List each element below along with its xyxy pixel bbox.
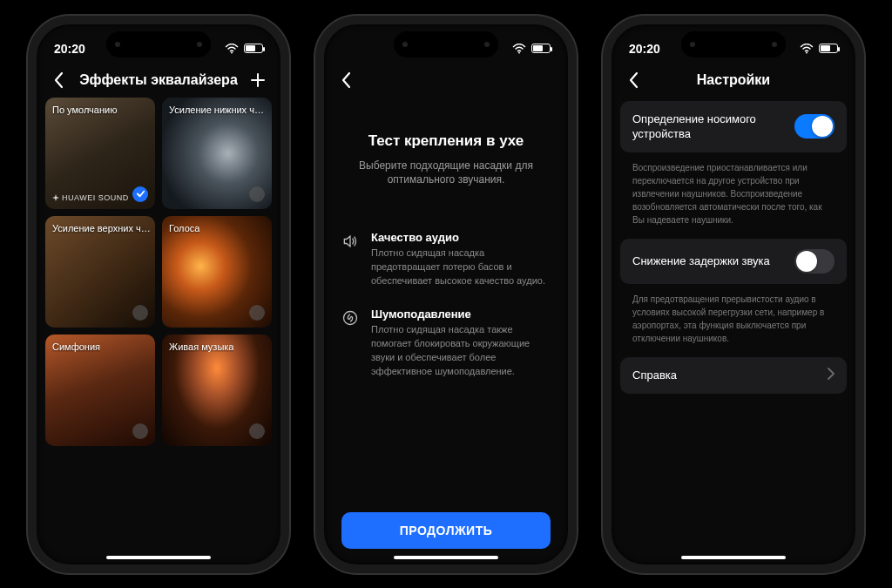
fit-test-title: Тест крепления в ухе [341, 132, 551, 150]
toggle-off-icon[interactable] [794, 249, 835, 274]
setting-wear-detection[interactable]: Определение носимого устройства [620, 101, 847, 152]
fit-feature-anc: Шумоподавление Плотно сидящая насадка та… [341, 308, 551, 379]
status-time: 20:20 [629, 42, 660, 56]
back-icon[interactable] [49, 71, 70, 89]
fit-test-subtitle: Выберите подходящие насадки для оптималь… [341, 159, 551, 188]
nav-bar: Настройки [612, 64, 855, 98]
preset-radio-icon [249, 186, 265, 202]
feature-heading: Качество аудио [371, 231, 551, 244]
battery-icon: 59 [244, 44, 263, 53]
dynamic-island [106, 31, 211, 57]
dynamic-island [394, 31, 498, 57]
back-icon[interactable] [624, 71, 645, 89]
preset-bass-boost[interactable]: Усиление нижних час… [162, 98, 272, 209]
preset-symphony[interactable]: Симфония [45, 335, 155, 446]
setting-description: Воспроизведение приостанавливается или п… [620, 159, 847, 239]
battery-icon: 59 [531, 44, 551, 53]
page-title: Настройки [645, 72, 822, 88]
speaker-icon [341, 231, 361, 288]
wifi-icon [512, 44, 526, 54]
svg-point-1 [518, 51, 520, 53]
add-icon[interactable] [247, 71, 268, 89]
page-title: Эффекты эквалайзера [70, 72, 247, 88]
setting-low-latency[interactable]: Снижение задержки звука [620, 239, 847, 284]
preset-voices[interactable]: Голоса [162, 216, 272, 328]
feature-body: Плотно сидящая насадка также помогает бл… [371, 323, 551, 379]
status-time: 20:20 [54, 42, 85, 56]
nav-bar: Эффекты эквалайзера [37, 64, 280, 98]
fit-feature-audio: Качество аудио Плотно сидящая насадка пр… [341, 231, 551, 288]
feature-body: Плотно сидящая насадка предотвращает пот… [371, 247, 551, 288]
preset-radio-icon [249, 305, 265, 321]
preset-radio-icon [249, 423, 265, 439]
home-indicator[interactable] [394, 556, 498, 559]
home-indicator[interactable] [681, 556, 786, 559]
dynamic-island [681, 31, 786, 57]
phone-equalizer: 20:20 59 Эффекты эквалайзера По умолчани… [28, 16, 289, 573]
preset-radio-icon [132, 423, 148, 439]
nav-bar [324, 64, 568, 98]
battery-icon: 59 [819, 44, 838, 53]
preset-treble-boost[interactable]: Усиление верхних ча… [45, 216, 155, 328]
phone-fit-test: 20:20 59 Тест крепления в ухе Выберите п… [315, 16, 577, 573]
preset-live[interactable]: Живая музыка [162, 335, 272, 446]
preset-radio-icon [132, 305, 148, 321]
chevron-right-icon [828, 368, 835, 383]
preset-grid: По умолчанию HUAWEI SOUND Усиление нижни… [45, 98, 272, 446]
huawei-sound-tag: HUAWEI SOUND [52, 193, 129, 202]
setting-help[interactable]: Справка [620, 357, 847, 394]
preset-selected-icon [132, 186, 148, 202]
wifi-icon [225, 44, 239, 54]
back-icon[interactable] [336, 71, 357, 89]
svg-point-3 [806, 51, 808, 53]
preset-default[interactable]: По умолчанию HUAWEI SOUND [45, 98, 155, 209]
home-indicator[interactable] [106, 556, 211, 559]
svg-point-0 [231, 51, 233, 53]
phone-settings: 20:20 59 Настройки Определение носимого … [603, 16, 864, 573]
setting-description: Для предотвращения прерывистости аудио в… [620, 291, 847, 357]
anc-icon [341, 308, 361, 379]
feature-heading: Шумоподавление [371, 308, 551, 321]
toggle-on-icon[interactable] [794, 114, 835, 139]
continue-button[interactable]: ПРОДОЛЖИТЬ [341, 512, 551, 549]
wifi-icon [800, 44, 814, 54]
